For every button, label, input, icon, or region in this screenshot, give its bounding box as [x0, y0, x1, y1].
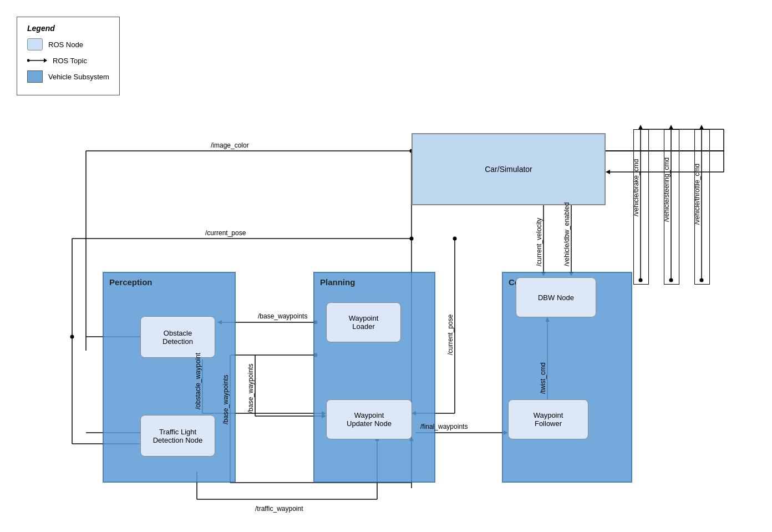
topic-current-velocity: /current_velocity [535, 189, 543, 266]
svg-marker-24 [638, 125, 643, 129]
legend-vehicle-icon [27, 70, 43, 83]
topic-base-waypoints-v1: /base_waypoints [222, 358, 230, 424]
tl-detection-node: Traffic LightDetection Node [140, 415, 215, 457]
legend-item-node: ROS Node [27, 38, 109, 50]
legend: Legend ROS Node ROS Topic Vehicle Subsys… [17, 17, 120, 95]
waypoint-updater-node: WaypointUpdater Node [326, 399, 412, 439]
topic-current-pose-top: /current_pose [205, 229, 246, 237]
legend-node-icon [27, 38, 43, 50]
car-simulator: Car/Simulator [412, 133, 606, 205]
topic-obstacle-waypoint: /obstacle_waypoint [194, 359, 202, 409]
legend-topic-icon [27, 56, 47, 65]
legend-topic-label: ROS Topic [53, 57, 87, 65]
svg-point-1 [27, 59, 30, 62]
obstacle-detection-node: ObstacleDetection [140, 316, 215, 358]
topic-image-color: /image_color [211, 141, 249, 149]
steering-cmd-line [664, 129, 679, 285]
topic-traffic-waypoint: /traffic_waypoint [255, 505, 303, 513]
throttle-cmd-line [694, 129, 710, 285]
topic-base-waypoints-h: /base_waypoints [258, 312, 307, 320]
topic-final-waypoints: /final_waypoints [420, 423, 468, 430]
waypoint-follower-node: WaypointFollower [508, 399, 588, 439]
svg-marker-2 [44, 58, 47, 63]
tl-detection-label: Traffic LightDetection Node [153, 428, 203, 444]
waypoint-loader-label: WaypointLoader [349, 314, 379, 331]
dbw-node: DBW Node [516, 277, 596, 317]
car-simulator-label: Car/Simulator [485, 165, 532, 174]
svg-point-63 [70, 335, 74, 339]
topic-base-waypoints-v2: /base_waypoints [247, 358, 255, 413]
topic-current-pose-vert: /current_pose [446, 250, 454, 355]
waypoint-follower-label: WaypointFollower [534, 411, 563, 428]
svg-point-50 [453, 237, 457, 241]
legend-item-vehicle: Vehicle Subsystem [27, 70, 109, 83]
topic-twist-cmd: /twist_cmd [539, 327, 547, 394]
svg-marker-27 [669, 125, 673, 129]
legend-node-label: ROS Node [48, 40, 83, 49]
svg-marker-36 [606, 170, 610, 174]
waypoint-updater-label: WaypointUpdater Node [347, 411, 392, 428]
obstacle-detection-label: ObstacleDetection [162, 329, 193, 346]
dbw-node-label: DBW Node [538, 293, 574, 302]
brake-cmd-line [633, 129, 649, 285]
svg-marker-30 [699, 125, 704, 129]
legend-title: Legend [27, 24, 109, 33]
legend-vehicle-label: Vehicle Subsystem [48, 73, 109, 81]
legend-item-topic: ROS Topic [27, 56, 109, 65]
topic-dbw-enabled: /vehicle/dbw_enabled [563, 183, 571, 266]
svg-point-9 [410, 237, 414, 241]
planning-label: Planning [320, 277, 355, 287]
waypoint-loader-node: WaypointLoader [326, 302, 401, 342]
perception-label: Perception [109, 277, 153, 287]
